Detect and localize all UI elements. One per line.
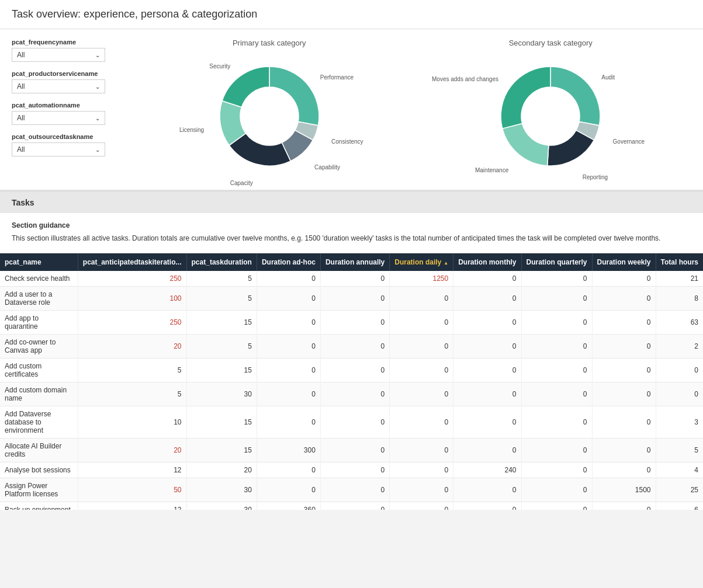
- primary-chart-container: Primary task category PerformanceConsist…: [205, 39, 334, 180]
- cell-duration_quarterly: 0: [521, 502, 592, 510]
- col-header-pcat_name[interactable]: pcat_name: [0, 253, 78, 271]
- cell-pcat_name: Add a user to a Dataverse role: [0, 287, 78, 311]
- cell-duration_daily: 0: [390, 462, 453, 478]
- cell-pcat_anticipatedtaskiteration: 20: [78, 439, 186, 462]
- cell-duration_daily: 1250: [390, 271, 453, 287]
- cell-pcat_name: Add custom certificates: [0, 359, 78, 382]
- cell-duration_monthly: 0: [453, 271, 521, 287]
- table-row: Check service health250500125000021: [0, 271, 703, 287]
- guidance-text: This section illustrates all active task…: [12, 233, 691, 243]
- col-header-duration_annually[interactable]: Duration annually: [320, 253, 389, 271]
- cell-duration_adhoc: 0: [257, 287, 320, 311]
- col-header-duration_monthly[interactable]: Duration monthly: [453, 253, 521, 271]
- guidance-title: Section guidance: [12, 220, 691, 231]
- cell-duration_quarterly: 0: [521, 359, 592, 382]
- cell-pcat_taskduration: 20: [186, 462, 257, 478]
- cell-pcat_name: Add co-owner to Canvas app: [0, 335, 78, 359]
- cell-duration_weekly: 0: [592, 406, 656, 439]
- filter-value-pcat_frequencyname: All: [17, 51, 25, 59]
- chevron-down-icon: ⌄: [95, 52, 100, 58]
- cell-pcat_name: Allocate AI Builder credits: [0, 439, 78, 462]
- table-row: Add custom domain name5300000000: [0, 382, 703, 406]
- cell-duration_annually: 0: [320, 271, 389, 287]
- secondary-donut: AuditGovernanceReportingMaintenanceMoves…: [486, 52, 615, 180]
- col-header-pcat_anticipatedtaskiteration[interactable]: pcat_anticipatedtaskiteratio...: [78, 253, 186, 271]
- secondary-chart-container: Secondary task category AuditGovernanceR…: [486, 39, 615, 180]
- table-row: Add co-owner to Canvas app2050000002: [0, 335, 703, 359]
- cell-duration_daily: 0: [390, 439, 453, 462]
- filter-select-pcat_outsourcedtaskname[interactable]: All ⌄: [12, 142, 105, 156]
- cell-pcat_anticipatedtaskiteration: 10: [78, 406, 186, 439]
- table-row: Allocate AI Builder credits2015300000005: [0, 439, 703, 462]
- cell-pcat_taskduration: 15: [186, 311, 257, 335]
- filter-group-pcat_outsourcedtaskname: pcat_outsourcedtaskname All ⌄: [12, 133, 129, 156]
- cell-duration_adhoc: 0: [257, 406, 320, 439]
- filter-group-pcat_automationname: pcat_automationname All ⌄: [12, 102, 129, 125]
- cell-pcat_name: Add Dataverse database to environment: [0, 406, 78, 439]
- tasks-table-container[interactable]: pcat_namepcat_anticipatedtaskiteratio...…: [0, 253, 703, 510]
- cell-duration_annually: 0: [320, 359, 389, 382]
- chart-label-licensing: Licensing: [179, 127, 204, 133]
- filter-group-pcat_productorservicename: pcat_productorservicename All ⌄: [12, 70, 129, 93]
- cell-duration_adhoc: 0: [257, 462, 320, 478]
- cell-duration_adhoc: 0: [257, 271, 320, 287]
- cell-total_hours: 25: [656, 478, 703, 502]
- cell-duration_weekly: 0: [592, 359, 656, 382]
- table-row: Add Dataverse database to environment101…: [0, 406, 703, 439]
- cell-duration_adhoc: 0: [257, 359, 320, 382]
- chart-label-consistency: Consistency: [331, 138, 363, 145]
- chart-label-performance: Performance: [320, 74, 354, 81]
- cell-pcat_anticipatedtaskiteration: 250: [78, 271, 186, 287]
- cell-total_hours: 5: [656, 439, 703, 462]
- cell-duration_adhoc: 0: [257, 478, 320, 502]
- cell-duration_annually: 0: [320, 335, 389, 359]
- cell-pcat_anticipatedtaskiteration: 5: [78, 359, 186, 382]
- col-header-duration_quarterly[interactable]: Duration quarterly: [521, 253, 592, 271]
- cell-duration_quarterly: 0: [521, 311, 592, 335]
- filter-select-pcat_frequencyname[interactable]: All ⌄: [12, 48, 105, 62]
- col-header-duration_daily[interactable]: Duration daily▲: [390, 253, 453, 271]
- cell-duration_weekly: 0: [592, 311, 656, 335]
- cell-duration_annually: 0: [320, 382, 389, 406]
- cell-pcat_anticipatedtaskiteration: 12: [78, 502, 186, 510]
- cell-duration_daily: 0: [390, 502, 453, 510]
- cell-total_hours: 3: [656, 406, 703, 439]
- sort-arrow-icon: ▲: [444, 260, 448, 266]
- chevron-down-icon: ⌄: [95, 115, 100, 121]
- cell-pcat_anticipatedtaskiteration: 50: [78, 478, 186, 502]
- filter-select-pcat_automationname[interactable]: All ⌄: [12, 111, 105, 125]
- cell-duration_annually: 0: [320, 439, 389, 462]
- cell-pcat_taskduration: 30: [186, 502, 257, 510]
- filter-select-pcat_productorservicename[interactable]: All ⌄: [12, 79, 105, 93]
- cell-duration_quarterly: 0: [521, 439, 592, 462]
- cell-duration_daily: 0: [390, 287, 453, 311]
- cell-duration_weekly: 1500: [592, 478, 656, 502]
- col-header-duration_weekly[interactable]: Duration weekly: [592, 253, 656, 271]
- col-header-total_hours[interactable]: Total hours: [656, 253, 703, 271]
- chart-label-reporting: Reporting: [583, 174, 608, 180]
- cell-total_hours: 4: [656, 462, 703, 478]
- cell-duration_monthly: 0: [453, 406, 521, 439]
- guidance-block: Section guidance This section illustrate…: [0, 213, 703, 253]
- filter-label-pcat_automationname: pcat_automationname: [12, 102, 129, 109]
- cell-total_hours: 0: [656, 359, 703, 382]
- cell-duration_daily: 0: [390, 335, 453, 359]
- cell-duration_weekly: 0: [592, 462, 656, 478]
- cell-duration_daily: 0: [390, 359, 453, 382]
- table-row: Assign Power Platform licenses5030000001…: [0, 478, 703, 502]
- cell-pcat_taskduration: 15: [186, 439, 257, 462]
- cell-pcat_taskduration: 5: [186, 287, 257, 311]
- cell-total_hours: 0: [656, 382, 703, 406]
- chart-label-audit: Audit: [601, 74, 615, 81]
- cell-pcat_name: Analyse bot sessions: [0, 462, 78, 478]
- col-header-duration_adhoc[interactable]: Duration ad-hoc: [257, 253, 320, 271]
- cell-pcat_anticipatedtaskiteration: 12: [78, 462, 186, 478]
- chart-label-capacity: Capacity: [230, 180, 253, 186]
- cell-duration_monthly: 0: [453, 439, 521, 462]
- cell-pcat_taskduration: 15: [186, 359, 257, 382]
- cell-duration_monthly: 0: [453, 382, 521, 406]
- cell-duration_quarterly: 0: [521, 271, 592, 287]
- filter-value-pcat_productorservicename: All: [17, 82, 25, 91]
- tasks-section-header: Tasks: [0, 192, 703, 213]
- col-header-pcat_taskduration[interactable]: pcat_taskduration: [186, 253, 257, 271]
